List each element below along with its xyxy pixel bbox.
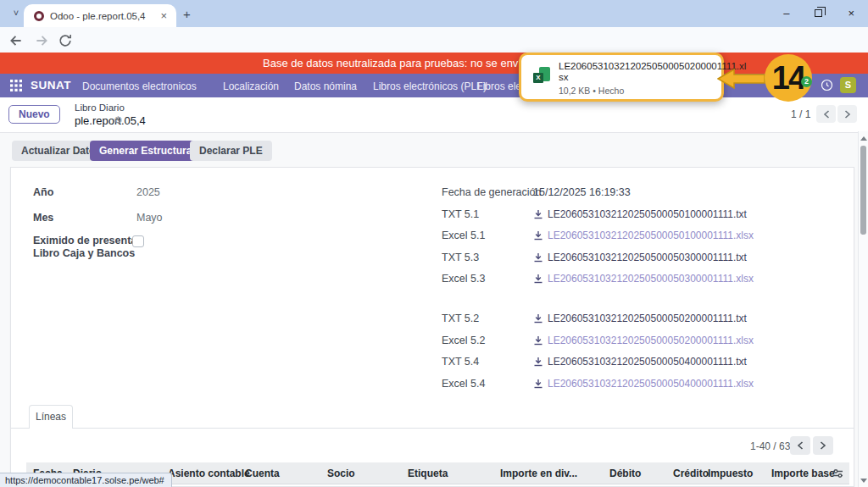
scrollbar-thumb[interactable] <box>860 146 866 235</box>
new-record-button[interactable]: Nuevo <box>8 105 60 124</box>
file-row-txt-52: TXT 5.2 LE206053103212025050005020000111… <box>442 313 840 327</box>
scroll-up-arrow-icon[interactable] <box>860 136 867 141</box>
file-row-excel-54: Excel 5.4 LE2060531032120250500050400001… <box>442 378 840 392</box>
restore-button[interactable] <box>815 8 822 19</box>
file-row-txt-53: TXT 5.3 LE206053103212025050005030000111… <box>442 252 840 266</box>
lines-pager-next-button[interactable] <box>813 436 833 455</box>
restore-icon <box>815 9 822 17</box>
excel-file-icon: X <box>533 67 550 84</box>
back-button[interactable] <box>8 33 24 48</box>
nav-item-datos-nomina[interactable]: Datos nómina <box>294 80 357 92</box>
browser-toolbar: democontable17.solse.pe/web#cids=1&menu_… <box>0 27 868 53</box>
forward-button[interactable] <box>34 33 49 48</box>
file-download-link[interactable]: LE2060531032120250500050400001111.txt <box>533 356 747 368</box>
exempt-checkbox[interactable] <box>132 235 144 247</box>
file-row-excel-51: Excel 5.1 LE2060531032120250500050100001… <box>442 230 840 244</box>
tab-title: Odoo - ple.report.05,4 <box>50 11 158 21</box>
notebook-divider <box>11 428 854 429</box>
month-field-row: Mes Mayo <box>33 212 406 226</box>
lines-pager-previous-button[interactable] <box>790 436 810 455</box>
declarar-ple-button[interactable]: Declarar PLE <box>190 141 272 161</box>
activities-clock-icon[interactable] <box>821 79 833 91</box>
column-header-asiento-contable[interactable]: Asiento contable <box>168 468 250 479</box>
form-sheet: Año 2025 Mes Mayo Eximido de presenta Li… <box>10 167 854 487</box>
nav-item-localizacion[interactable]: Localización <box>223 80 279 92</box>
control-panel: Nuevo Libro Diario ple.report.05,4 ⚙ 1 /… <box>0 97 868 133</box>
download-bubble[interactable]: X LE2060531032120250500050200001111.xl s… <box>519 53 724 102</box>
file-row-excel-53: Excel 5.3 LE2060531032120250500050300001… <box>442 273 840 287</box>
file-download-link[interactable]: LE2060531032120250500050300001111.txt <box>533 252 747 263</box>
reload-button[interactable] <box>58 33 73 48</box>
generation-date-label: Fecha de generación <box>442 186 541 198</box>
download-file-icon <box>533 379 543 389</box>
download-file-icon <box>533 313 543 324</box>
column-header-socio[interactable]: Socio <box>327 468 355 479</box>
column-header-credito[interactable]: Crédito <box>673 468 709 479</box>
download-file-icon <box>533 230 543 241</box>
breadcrumb-record-name: ple.report.05,4 <box>75 114 146 127</box>
lines-pager-count: 1-40 / 63 <box>750 440 790 452</box>
odoo-favicon-icon <box>34 11 44 21</box>
column-header-importe-base[interactable]: Importe base <box>771 468 835 479</box>
breadcrumb[interactable]: Libro Diario <box>75 102 125 113</box>
tab-close-icon[interactable]: × <box>158 9 170 22</box>
browser-titlebar: ˅ Odoo - ple.report.05,4 × + – × <box>0 0 868 27</box>
status-link-bubble: https://democontable17.solse.pe/web# <box>0 473 172 487</box>
tab-search-chevron-icon[interactable]: ˅ <box>8 6 24 21</box>
downloaded-file-name-wrap[interactable]: sx <box>559 72 713 83</box>
column-header-importe-en-divisa[interactable]: Importe en div... <box>500 468 577 479</box>
banner-text: Base de datos neutralizada para pruebas:… <box>263 57 552 69</box>
file-row-txt-54: TXT 5.4 LE206053103212025050005040000111… <box>442 356 840 370</box>
minimize-button[interactable]: – <box>783 8 789 19</box>
download-file-icon <box>533 252 543 263</box>
download-file-icon <box>533 274 543 284</box>
window-controls: – × <box>783 0 868 25</box>
file-download-link[interactable]: LE2060531032120250500050100001111.xlsx <box>533 230 754 241</box>
column-header-impuesto[interactable]: Impuesto <box>708 468 753 479</box>
vertical-scrollbar[interactable] <box>858 131 868 487</box>
column-header-cuenta[interactable]: Cuenta <box>245 468 280 479</box>
downloaded-file-name[interactable]: LE2060531032120250500050200001111.xl <box>559 61 713 72</box>
nav-item-documentos-electronicos[interactable]: Documentos electronicos <box>82 80 197 92</box>
form-view: Actualizar Datos Generar Estructuras Dec… <box>0 133 868 487</box>
year-label: Año <box>33 186 53 198</box>
browser-window: ˅ Odoo - ple.report.05,4 × + – × democon… <box>0 0 868 487</box>
download-file-meta: 10,2 KB • Hecho <box>559 86 713 96</box>
file-download-link[interactable]: LE2060531032120250500050100001111.txt <box>533 208 747 220</box>
month-label: Mes <box>33 212 53 224</box>
nav-brand-sunat[interactable]: SUNAT <box>31 79 71 91</box>
record-pager-count: 1 / 1 <box>791 108 810 120</box>
column-header-etiqueta[interactable]: Etiqueta <box>408 468 448 479</box>
new-tab-button[interactable]: + <box>183 7 191 21</box>
file-download-link[interactable]: LE2060531032120250500050200001111.txt <box>533 313 747 324</box>
generation-date-value: 15/12/2025 16:19:33 <box>533 186 631 198</box>
record-pager-next-button[interactable] <box>837 105 857 123</box>
record-settings-gear-icon[interactable]: ⚙ <box>114 114 123 126</box>
file-row-txt-51: TXT 5.1 LE206053103212025050005010000111… <box>442 208 840 223</box>
browser-tab[interactable]: Odoo - ple.report.05,4 × <box>24 4 176 27</box>
year-field-row: Año 2025 <box>33 186 406 201</box>
download-file-icon <box>533 357 543 367</box>
column-header-debito[interactable]: Débito <box>609 468 641 479</box>
record-pager-previous-button[interactable] <box>816 105 836 123</box>
user-avatar[interactable]: S <box>840 77 856 93</box>
download-file-icon <box>533 335 543 346</box>
nav-item-libros-electronicos-ple[interactable]: Libros electrónicos (PLE) <box>373 80 487 92</box>
tab-lineas[interactable]: Líneas <box>29 405 73 429</box>
file-download-link[interactable]: LE2060531032120250500050300001111.xlsx <box>533 273 754 285</box>
apps-grid-icon[interactable] <box>10 80 22 91</box>
file-row-excel-52: Excel 5.2 LE2060531032120250500050200001… <box>442 335 840 349</box>
message-count-badge[interactable]: 2 <box>801 76 812 87</box>
scroll-down-arrow-icon[interactable] <box>860 479 867 483</box>
download-file-icon <box>533 209 543 219</box>
exempt-label-line2: Libro Caja y Bancos <box>33 247 406 262</box>
year-value[interactable]: 2025 <box>136 186 160 198</box>
close-button[interactable]: × <box>848 8 854 19</box>
file-download-link[interactable]: LE2060531032120250500050200001111.xlsx <box>533 335 754 346</box>
generation-date-row: Fecha de generación 15/12/2025 16:19:33 <box>442 186 840 201</box>
month-value[interactable]: Mayo <box>136 212 163 224</box>
file-download-link[interactable]: LE2060531032120250500050400001111.xlsx <box>533 378 754 390</box>
optional-columns-icon[interactable] <box>832 468 843 479</box>
annotation-arrow-icon <box>717 65 766 92</box>
